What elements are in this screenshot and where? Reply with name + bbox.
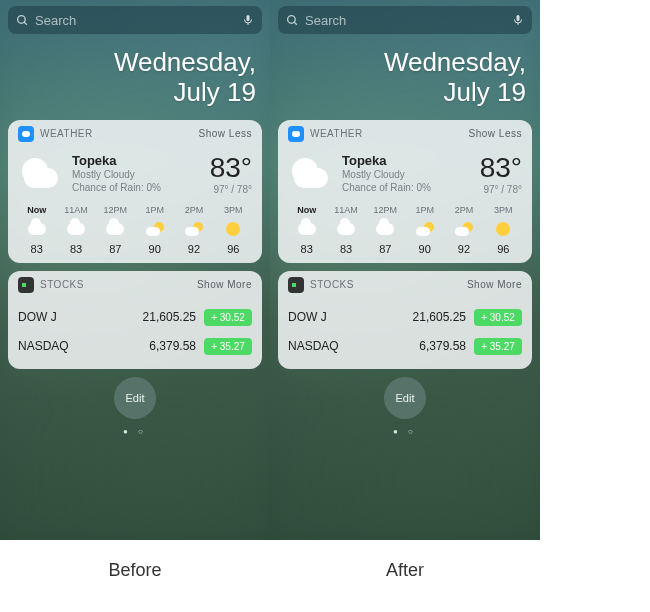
stock-symbol: DOW J [288, 310, 394, 324]
search-input[interactable] [305, 13, 512, 28]
stock-value: 21,605.25 [124, 310, 196, 324]
hourly-forecast-item: 1PM 90 [136, 205, 173, 255]
hourly-forecast-item: 11AM 83 [57, 205, 94, 255]
weather-widget: WEATHER Show Less Topeka Mostly Cloudy C… [278, 120, 532, 263]
svg-line-5 [294, 22, 297, 25]
stock-row[interactable]: DOW J 21,605.25 + 30.52 [18, 303, 252, 332]
hour-temp: 83 [288, 243, 325, 255]
svg-point-4 [288, 15, 296, 23]
today-view-screen: Wednesday, July 19 WEATHER Show Less Top… [270, 0, 540, 540]
partly-cloudy-icon [416, 222, 434, 236]
weather-widget-header: WEATHER Show Less [8, 120, 262, 148]
comparison-container: Wednesday, July 19 WEATHER Show Less Top… [0, 0, 540, 540]
caption-after: After [270, 540, 540, 601]
stocks-app-icon [18, 277, 34, 293]
stock-change-badge: + 30.52 [474, 309, 522, 326]
hourly-forecast: Now 83 11AM 83 12PM 87 1PM 90 2PM 92 3PM… [18, 205, 252, 255]
hour-temp: 83 [327, 243, 364, 255]
date-display: Wednesday, July 19 [8, 34, 262, 120]
search-bar[interactable] [8, 6, 262, 34]
date-display: Wednesday, July 19 [278, 34, 532, 120]
search-input[interactable] [35, 13, 242, 28]
stock-value: 21,605.25 [394, 310, 466, 324]
hour-label: 1PM [406, 205, 443, 215]
search-icon [16, 14, 29, 27]
search-bar[interactable] [278, 6, 532, 34]
date-weekday: Wednesday, [278, 48, 526, 78]
condition-text: Mostly Cloudy [72, 168, 210, 181]
hour-temp: 90 [406, 243, 443, 255]
city-name: Topeka [342, 153, 480, 168]
hour-temp: 92 [445, 243, 482, 255]
stock-symbol: NASDAQ [18, 339, 124, 353]
stock-row[interactable]: NASDAQ 6,379.58 + 35.27 [18, 332, 252, 361]
partly-cloudy-icon [185, 222, 203, 236]
show-more-button[interactable]: Show More [197, 279, 252, 290]
hour-label: 11AM [327, 205, 364, 215]
hourly-forecast-item: 3PM 96 [215, 205, 252, 255]
weather-summary: Topeka Mostly Cloudy Chance of Rain: 0% … [18, 152, 252, 195]
cloud-icon [18, 158, 62, 188]
edit-button[interactable]: Edit [384, 377, 426, 419]
date-monthday: July 19 [8, 78, 256, 108]
hourly-forecast-item: 12PM 87 [367, 205, 404, 255]
stock-change-badge: + 35.27 [204, 338, 252, 355]
stocks-widget-header: STOCKS Show More [8, 271, 262, 299]
weather-widget-title: WEATHER [40, 128, 199, 139]
stocks-widget-title: STOCKS [40, 279, 197, 290]
weather-widget: WEATHER Show Less Topeka Mostly Cloudy C… [8, 120, 262, 263]
hour-label: Now [18, 205, 55, 215]
temp-range: 97° / 78° [480, 184, 522, 195]
caption-row: Before After [0, 540, 540, 601]
hourly-forecast: Now 83 11AM 83 12PM 87 1PM 90 2PM 92 3PM… [288, 205, 522, 255]
partly-cloudy-icon [146, 222, 164, 236]
hour-label: 3PM [215, 205, 252, 215]
city-name: Topeka [72, 153, 210, 168]
stocks-widget: STOCKS Show More DOW J 21,605.25 + 30.52… [278, 271, 532, 369]
hour-label: 12PM [367, 205, 404, 215]
hour-label: Now [288, 205, 325, 215]
stocks-widget-title: STOCKS [310, 279, 467, 290]
rain-chance: Chance of Rain: 0% [342, 181, 480, 194]
stock-row[interactable]: DOW J 21,605.25 + 30.52 [288, 303, 522, 332]
hour-temp: 83 [57, 243, 94, 255]
mic-icon[interactable] [242, 12, 254, 28]
stocks-widget: STOCKS Show More DOW J 21,605.25 + 30.52… [8, 271, 262, 369]
show-less-button[interactable]: Show Less [199, 128, 252, 139]
weather-app-icon [288, 126, 304, 142]
show-less-button[interactable]: Show Less [469, 128, 522, 139]
hour-label: 1PM [136, 205, 173, 215]
partly-cloudy-icon [455, 222, 473, 236]
page-indicator[interactable]: ● ○ [8, 427, 262, 436]
weather-widget-title: WEATHER [310, 128, 469, 139]
caption-before: Before [0, 540, 270, 601]
hour-label: 2PM [175, 205, 212, 215]
stock-row[interactable]: NASDAQ 6,379.58 + 35.27 [288, 332, 522, 361]
cloud-icon [106, 223, 124, 235]
hour-label: 12PM [97, 205, 134, 215]
today-view-screen: Wednesday, July 19 WEATHER Show Less Top… [0, 0, 270, 540]
condition-text: Mostly Cloudy [342, 168, 480, 181]
stock-value: 6,379.58 [124, 339, 196, 353]
date-weekday: Wednesday, [8, 48, 256, 78]
cloud-icon [298, 223, 316, 235]
hour-label: 3PM [485, 205, 522, 215]
stock-change-badge: + 30.52 [204, 309, 252, 326]
sun-icon [226, 222, 240, 236]
edit-button[interactable]: Edit [114, 377, 156, 419]
hourly-forecast-item: 1PM 90 [406, 205, 443, 255]
hour-label: 2PM [445, 205, 482, 215]
weather-app-icon [18, 126, 34, 142]
svg-rect-6 [517, 15, 520, 21]
page-indicator[interactable]: ● ○ [278, 427, 532, 436]
stocks-app-icon [288, 277, 304, 293]
temp-range: 97° / 78° [210, 184, 252, 195]
cloud-icon [376, 223, 394, 235]
sun-icon [496, 222, 510, 236]
cloud-icon [28, 223, 46, 235]
show-more-button[interactable]: Show More [467, 279, 522, 290]
hour-temp: 83 [18, 243, 55, 255]
current-temp: 83° [480, 152, 522, 184]
weather-widget-header: WEATHER Show Less [278, 120, 532, 148]
mic-icon[interactable] [512, 12, 524, 28]
